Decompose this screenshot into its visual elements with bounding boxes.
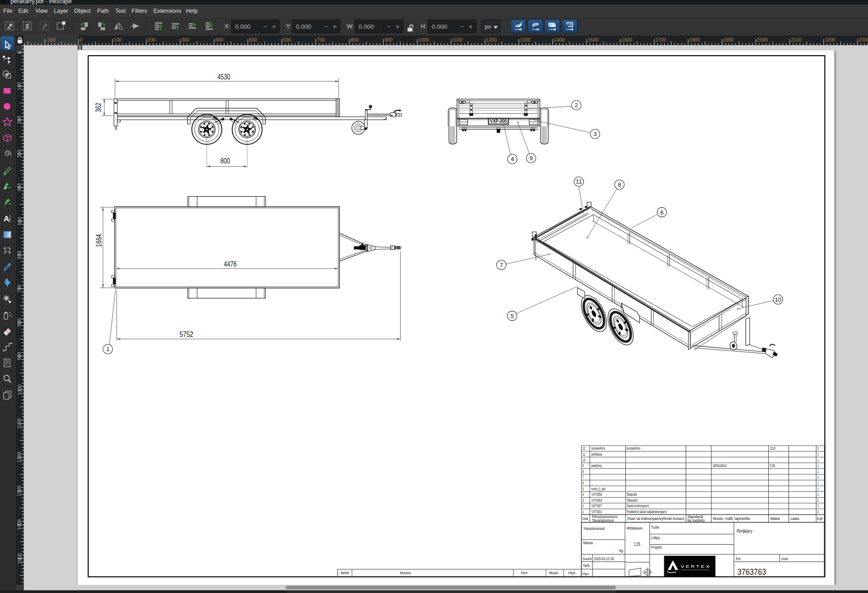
svg-text:7: 7 xyxy=(582,475,584,479)
svg-text:1800: 1800 xyxy=(689,37,700,42)
svg-text:2200: 2200 xyxy=(825,37,836,42)
svg-text:Peräkärry: Peräkärry xyxy=(737,528,753,534)
svg-text:1600x160x2: 1600x160x2 xyxy=(713,463,726,468)
svg-text:Mittakaava: Mittakaava xyxy=(627,525,643,530)
svg-text:2000: 2000 xyxy=(757,37,768,42)
svg-text:1900: 1900 xyxy=(723,37,734,42)
svg-text:3: 3 xyxy=(593,131,597,137)
svg-text:5752: 5752 xyxy=(180,330,193,338)
svg-text:2: 2 xyxy=(575,102,578,109)
svg-text:Sarana kokoonpano: Sarana kokoonpano xyxy=(627,504,649,508)
svg-text:1:25: 1:25 xyxy=(634,541,640,547)
svg-text:3: 3 xyxy=(582,498,584,503)
svg-text:2300: 2300 xyxy=(859,37,868,42)
svg-text:Takavalot: Takavalot xyxy=(627,498,638,503)
svg-text:0: 0 xyxy=(17,51,22,54)
svg-text:400: 400 xyxy=(215,37,223,42)
svg-text:1: 1 xyxy=(817,475,819,479)
svg-text:Projekti: Projekti xyxy=(651,545,662,550)
svg-text:200: 200 xyxy=(148,37,156,42)
svg-text:0.26: 0.26 xyxy=(770,463,775,468)
svg-text:V E R T E X: V E R T E X xyxy=(681,564,710,569)
svg-text:800: 800 xyxy=(351,37,359,42)
svg-text:200: 200 xyxy=(17,116,22,124)
svg-text:0: 0 xyxy=(80,37,83,42)
svg-text:1600: 1600 xyxy=(622,37,633,42)
svg-text:1000: 1000 xyxy=(418,37,429,42)
svg-text:Merkki: Merkki xyxy=(340,570,349,575)
svg-text:Takavalo: Takavalo xyxy=(627,492,637,497)
svg-text:Laatu: Laatu xyxy=(790,516,799,521)
svg-text:Muoto, malli, lajimerkki: Muoto, malli, lajimerkki xyxy=(713,516,750,521)
svg-text:VXT3058: VXT3058 xyxy=(592,492,602,497)
svg-text:runko_2_aks: runko_2_aks xyxy=(592,487,606,491)
svg-text:Hyv.: Hyv. xyxy=(583,571,589,576)
svg-text:1500: 1500 xyxy=(588,37,599,42)
svg-text:peralauta: peralauta xyxy=(592,452,602,457)
svg-text:1300: 1300 xyxy=(520,37,531,42)
svg-text:2: 2 xyxy=(817,446,819,451)
svg-text:1: 1 xyxy=(817,492,819,497)
svg-text:400: 400 xyxy=(17,184,22,192)
svg-text:1: 1 xyxy=(817,487,819,491)
svg-text:VXT3007: VXT3007 xyxy=(592,504,602,508)
svg-text:12: 12 xyxy=(582,446,585,451)
svg-text:11: 11 xyxy=(576,178,582,185)
svg-text:6: 6 xyxy=(582,481,584,485)
svg-text:4: 4 xyxy=(511,156,514,163)
svg-text:4: 4 xyxy=(582,492,584,497)
svg-text:700: 700 xyxy=(317,37,325,42)
svg-text:9: 9 xyxy=(582,463,584,468)
svg-text:Uusi: Uusi xyxy=(781,556,788,561)
svg-text:VXT3059: VXT3059 xyxy=(592,498,602,503)
svg-text:-100: -100 xyxy=(46,37,55,42)
svg-text:2025-03-13 JSI: 2025-03-13 JSI xyxy=(594,556,614,561)
svg-text:500: 500 xyxy=(17,217,22,226)
svg-text:800: 800 xyxy=(221,157,230,165)
svg-text:Osa: Osa xyxy=(582,516,588,521)
svg-text:11: 11 xyxy=(582,452,585,457)
svg-text:600: 600 xyxy=(283,37,291,42)
svg-text:suorakulmio: suorakulmio xyxy=(592,446,605,451)
svg-text:1100: 1100 xyxy=(17,418,22,429)
svg-text:362: 362 xyxy=(94,103,102,112)
svg-text:1: 1 xyxy=(106,346,109,352)
svg-text:Määrä: Määrä xyxy=(770,516,780,521)
svg-text:paatylevy: paatylevy xyxy=(592,463,603,468)
svg-text:1200: 1200 xyxy=(486,37,497,42)
svg-text:9: 9 xyxy=(529,155,533,162)
svg-text:kg: kg xyxy=(619,548,624,553)
svg-text:1700: 1700 xyxy=(656,37,667,42)
svg-text:1400: 1400 xyxy=(17,520,22,530)
svg-text:3763763: 3763763 xyxy=(737,567,766,577)
svg-text:100: 100 xyxy=(114,37,122,42)
svg-text:1200: 1200 xyxy=(17,452,22,463)
svg-text:Tavaratunnus: Tavaratunnus xyxy=(592,518,614,523)
svg-text:8: 8 xyxy=(618,181,621,188)
svg-text:1300: 1300 xyxy=(17,486,22,497)
svg-text:Yleistoleranssit: Yleistoleranssit xyxy=(583,526,605,531)
svg-text:Peräkärryn laidan salpakokoonp: Peräkärryn laidan salpakokoonpano xyxy=(627,509,667,514)
svg-text:Ent.: Ent. xyxy=(736,556,741,561)
svg-text:1: 1 xyxy=(582,509,584,514)
svg-text:1400: 1400 xyxy=(554,37,565,42)
svg-text:Pvm: Pvm xyxy=(521,570,528,575)
svg-text:1664: 1664 xyxy=(95,234,103,247)
svg-text:1: 1 xyxy=(817,463,819,468)
svg-text:VXP-000: VXP-000 xyxy=(490,118,507,124)
svg-text:Liittyy: Liittyy xyxy=(651,535,660,540)
svg-text:5: 5 xyxy=(510,313,513,320)
svg-text:Tuote: Tuote xyxy=(651,525,659,530)
svg-text:900: 900 xyxy=(385,37,393,42)
svg-text:700: 700 xyxy=(17,284,22,293)
svg-text:4476: 4476 xyxy=(224,260,237,268)
svg-text:A: A xyxy=(4,215,9,223)
svg-text:Muutos: Muutos xyxy=(400,570,411,575)
svg-text:800: 800 xyxy=(17,318,22,326)
svg-text:1: 1 xyxy=(817,458,819,462)
svg-text:1500: 1500 xyxy=(17,553,22,564)
svg-text:1: 1 xyxy=(817,481,819,485)
svg-text:8: 8 xyxy=(582,469,584,474)
svg-text:2100: 2100 xyxy=(791,37,802,42)
svg-text:7: 7 xyxy=(500,262,503,268)
